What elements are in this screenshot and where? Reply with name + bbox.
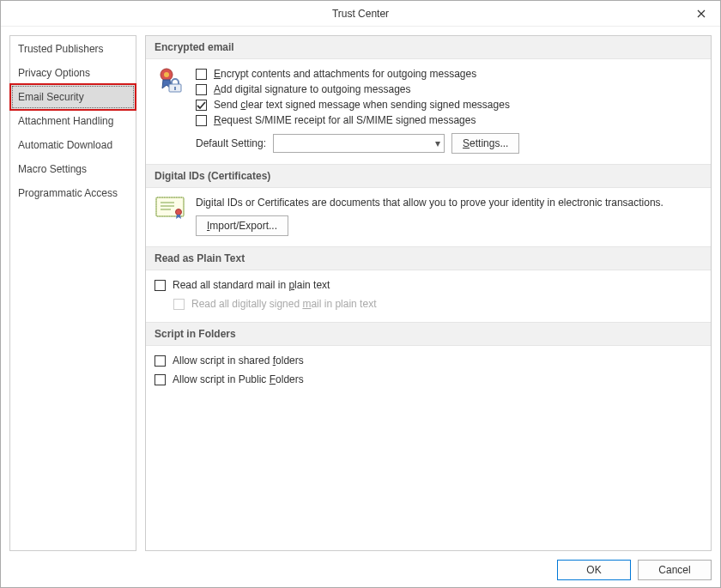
import-export-button[interactable]: Import/Export... [196,215,288,236]
svg-point-9 [176,209,182,215]
checkbox-send-cleartext[interactable]: Send clear text signed message when send… [196,97,702,112]
sidebar-item-programmatic-access[interactable]: Programmatic Access [11,181,135,205]
checkbox-script-public-folders[interactable]: Allow script in Public Folders [154,372,304,387]
checkbox-label: Read all standard mail in plain text [173,279,330,291]
sidebar-item-attachment-handling[interactable]: Attachment Handling [11,109,135,133]
checkbox-box [196,84,207,95]
trust-center-window: Trust Center Trusted Publishers Privacy … [0,0,721,588]
ok-button[interactable]: OK [557,560,631,580]
main-panel: Encrypted email [145,35,712,551]
sidebar: Trusted Publishers Privacy Options Email… [9,35,136,551]
checkbox-box [154,355,166,367]
checkbox-box [196,69,207,80]
checkbox-encrypt-outgoing[interactable]: Encrypt contents and attachments for out… [196,66,702,82]
checkbox-box [173,299,185,310]
cancel-button[interactable]: Cancel [638,560,712,580]
checkbox-label: Allow script in Public Folders [173,373,304,385]
default-setting-dropdown[interactable]: ▾ [273,134,445,153]
checkbox-label: Encrypt contents and attachments for out… [214,68,476,80]
settings-button[interactable]: Settings... [451,133,519,154]
checkbox-script-shared-folders[interactable]: Allow script in shared folders [154,353,304,368]
ribbon-lock-icon [157,68,183,94]
window-title: Trust Center [332,8,389,20]
checkbox-add-signature[interactable]: Add digital signature to outgoing messag… [196,82,702,97]
digital-ids-description: Digital IDs or Certificates are document… [196,195,702,210]
checkbox-box [196,115,207,126]
section-header-digital-ids: Digital IDs (Certificates) [146,164,711,188]
checkbox-read-signed-plain: Read all digitally signed mail in plain … [173,296,376,312]
titlebar: Trust Center [1,1,720,27]
checkbox-label: Read all digitally signed mail in plain … [191,298,376,310]
checkbox-label: Send clear text signed message when send… [214,99,510,111]
checkbox-box [154,374,166,385]
checkbox-box [154,280,166,291]
checkbox-label: Request S/MIME receipt for all S/MIME si… [214,114,476,126]
encrypted-email-icon [154,66,185,94]
section-header-script-in-folders: Script in Folders [146,322,711,346]
checkbox-read-all-plain[interactable]: Read all standard mail in plain text [154,277,330,293]
default-setting-label: Default Setting: [196,137,266,149]
sidebar-item-email-security[interactable]: Email Security [11,85,135,109]
dialog-footer: OK Cancel [9,551,712,580]
svg-point-1 [164,72,169,77]
sidebar-item-trusted-publishers[interactable]: Trusted Publishers [11,37,135,61]
close-button[interactable] [682,1,720,27]
section-header-read-plain-text: Read as Plain Text [146,246,711,270]
sidebar-item-privacy-options[interactable]: Privacy Options [11,61,135,85]
checkbox-label: Allow script in shared folders [173,355,304,367]
checkbox-box [196,100,207,111]
checkbox-request-receipt[interactable]: Request S/MIME receipt for all S/MIME si… [196,112,702,128]
certificate-icon [154,195,185,219]
close-icon [697,9,706,18]
sidebar-item-macro-settings[interactable]: Macro Settings [11,157,135,181]
svg-rect-3 [174,87,176,90]
checkbox-label: Add digital signature to outgoing messag… [214,83,411,95]
section-header-encrypted-email: Encrypted email [146,36,711,59]
sidebar-item-automatic-download[interactable]: Automatic Download [11,133,135,157]
chevron-down-icon: ▾ [435,137,440,149]
